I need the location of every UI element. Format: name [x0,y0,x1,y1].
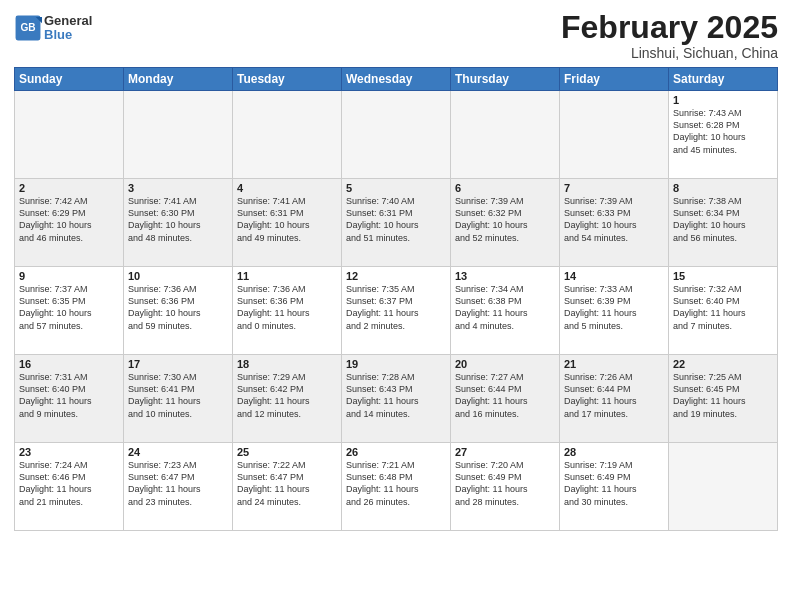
day-info: Sunrise: 7:27 AM Sunset: 6:44 PM Dayligh… [455,371,555,420]
table-cell: 12Sunrise: 7:35 AM Sunset: 6:37 PM Dayli… [342,267,451,355]
table-cell: 4Sunrise: 7:41 AM Sunset: 6:31 PM Daylig… [233,179,342,267]
day-info: Sunrise: 7:31 AM Sunset: 6:40 PM Dayligh… [19,371,119,420]
calendar-header-row: Sunday Monday Tuesday Wednesday Thursday… [15,68,778,91]
title-block: February 2025 Linshui, Sichuan, China [561,10,778,61]
col-thursday: Thursday [451,68,560,91]
table-cell: 26Sunrise: 7:21 AM Sunset: 6:48 PM Dayli… [342,443,451,531]
header: GB General Blue February 2025 Linshui, S… [14,10,778,61]
day-info: Sunrise: 7:21 AM Sunset: 6:48 PM Dayligh… [346,459,446,508]
week-row-1: 1Sunrise: 7:43 AM Sunset: 6:28 PM Daylig… [15,91,778,179]
day-number: 2 [19,182,119,194]
day-number: 1 [673,94,773,106]
table-cell: 15Sunrise: 7:32 AM Sunset: 6:40 PM Dayli… [669,267,778,355]
day-number: 6 [455,182,555,194]
logo-blue: Blue [44,28,92,42]
table-cell: 18Sunrise: 7:29 AM Sunset: 6:42 PM Dayli… [233,355,342,443]
day-info: Sunrise: 7:26 AM Sunset: 6:44 PM Dayligh… [564,371,664,420]
col-wednesday: Wednesday [342,68,451,91]
day-info: Sunrise: 7:41 AM Sunset: 6:30 PM Dayligh… [128,195,228,244]
table-cell: 7Sunrise: 7:39 AM Sunset: 6:33 PM Daylig… [560,179,669,267]
table-cell: 16Sunrise: 7:31 AM Sunset: 6:40 PM Dayli… [15,355,124,443]
table-cell [15,91,124,179]
day-number: 16 [19,358,119,370]
table-cell: 27Sunrise: 7:20 AM Sunset: 6:49 PM Dayli… [451,443,560,531]
table-cell: 5Sunrise: 7:40 AM Sunset: 6:31 PM Daylig… [342,179,451,267]
table-cell: 25Sunrise: 7:22 AM Sunset: 6:47 PM Dayli… [233,443,342,531]
week-row-4: 16Sunrise: 7:31 AM Sunset: 6:40 PM Dayli… [15,355,778,443]
day-number: 26 [346,446,446,458]
day-number: 18 [237,358,337,370]
table-cell [342,91,451,179]
table-cell: 23Sunrise: 7:24 AM Sunset: 6:46 PM Dayli… [15,443,124,531]
day-info: Sunrise: 7:36 AM Sunset: 6:36 PM Dayligh… [128,283,228,332]
day-number: 21 [564,358,664,370]
table-cell: 6Sunrise: 7:39 AM Sunset: 6:32 PM Daylig… [451,179,560,267]
day-number: 17 [128,358,228,370]
day-number: 10 [128,270,228,282]
day-info: Sunrise: 7:38 AM Sunset: 6:34 PM Dayligh… [673,195,773,244]
day-number: 27 [455,446,555,458]
calendar-table: Sunday Monday Tuesday Wednesday Thursday… [14,67,778,531]
col-monday: Monday [124,68,233,91]
day-info: Sunrise: 7:39 AM Sunset: 6:32 PM Dayligh… [455,195,555,244]
day-info: Sunrise: 7:23 AM Sunset: 6:47 PM Dayligh… [128,459,228,508]
day-info: Sunrise: 7:35 AM Sunset: 6:37 PM Dayligh… [346,283,446,332]
day-info: Sunrise: 7:34 AM Sunset: 6:38 PM Dayligh… [455,283,555,332]
col-tuesday: Tuesday [233,68,342,91]
day-info: Sunrise: 7:37 AM Sunset: 6:35 PM Dayligh… [19,283,119,332]
day-info: Sunrise: 7:39 AM Sunset: 6:33 PM Dayligh… [564,195,664,244]
day-number: 15 [673,270,773,282]
table-cell: 19Sunrise: 7:28 AM Sunset: 6:43 PM Dayli… [342,355,451,443]
table-cell: 24Sunrise: 7:23 AM Sunset: 6:47 PM Dayli… [124,443,233,531]
day-info: Sunrise: 7:29 AM Sunset: 6:42 PM Dayligh… [237,371,337,420]
table-cell: 21Sunrise: 7:26 AM Sunset: 6:44 PM Dayli… [560,355,669,443]
table-cell [451,91,560,179]
day-number: 3 [128,182,228,194]
day-number: 22 [673,358,773,370]
day-info: Sunrise: 7:30 AM Sunset: 6:41 PM Dayligh… [128,371,228,420]
week-row-2: 2Sunrise: 7:42 AM Sunset: 6:29 PM Daylig… [15,179,778,267]
table-cell: 9Sunrise: 7:37 AM Sunset: 6:35 PM Daylig… [15,267,124,355]
day-number: 4 [237,182,337,194]
day-info: Sunrise: 7:25 AM Sunset: 6:45 PM Dayligh… [673,371,773,420]
table-cell: 11Sunrise: 7:36 AM Sunset: 6:36 PM Dayli… [233,267,342,355]
day-info: Sunrise: 7:36 AM Sunset: 6:36 PM Dayligh… [237,283,337,332]
day-number: 20 [455,358,555,370]
day-number: 28 [564,446,664,458]
table-cell: 8Sunrise: 7:38 AM Sunset: 6:34 PM Daylig… [669,179,778,267]
week-row-5: 23Sunrise: 7:24 AM Sunset: 6:46 PM Dayli… [15,443,778,531]
day-info: Sunrise: 7:22 AM Sunset: 6:47 PM Dayligh… [237,459,337,508]
table-cell: 14Sunrise: 7:33 AM Sunset: 6:39 PM Dayli… [560,267,669,355]
day-number: 12 [346,270,446,282]
day-number: 5 [346,182,446,194]
day-number: 9 [19,270,119,282]
col-sunday: Sunday [15,68,124,91]
day-number: 14 [564,270,664,282]
col-saturday: Saturday [669,68,778,91]
table-cell [560,91,669,179]
day-info: Sunrise: 7:32 AM Sunset: 6:40 PM Dayligh… [673,283,773,332]
table-cell: 1Sunrise: 7:43 AM Sunset: 6:28 PM Daylig… [669,91,778,179]
table-cell: 13Sunrise: 7:34 AM Sunset: 6:38 PM Dayli… [451,267,560,355]
day-number: 8 [673,182,773,194]
table-cell: 20Sunrise: 7:27 AM Sunset: 6:44 PM Dayli… [451,355,560,443]
logo-general: General [44,14,92,28]
calendar-title: February 2025 [561,10,778,45]
day-number: 23 [19,446,119,458]
col-friday: Friday [560,68,669,91]
table-cell: 3Sunrise: 7:41 AM Sunset: 6:30 PM Daylig… [124,179,233,267]
day-info: Sunrise: 7:28 AM Sunset: 6:43 PM Dayligh… [346,371,446,420]
day-info: Sunrise: 7:41 AM Sunset: 6:31 PM Dayligh… [237,195,337,244]
table-cell [124,91,233,179]
day-info: Sunrise: 7:19 AM Sunset: 6:49 PM Dayligh… [564,459,664,508]
table-cell: 10Sunrise: 7:36 AM Sunset: 6:36 PM Dayli… [124,267,233,355]
table-cell [669,443,778,531]
day-info: Sunrise: 7:24 AM Sunset: 6:46 PM Dayligh… [19,459,119,508]
svg-text:GB: GB [20,22,35,33]
table-cell: 22Sunrise: 7:25 AM Sunset: 6:45 PM Dayli… [669,355,778,443]
day-number: 19 [346,358,446,370]
week-row-3: 9Sunrise: 7:37 AM Sunset: 6:35 PM Daylig… [15,267,778,355]
table-cell: 2Sunrise: 7:42 AM Sunset: 6:29 PM Daylig… [15,179,124,267]
day-info: Sunrise: 7:43 AM Sunset: 6:28 PM Dayligh… [673,107,773,156]
day-info: Sunrise: 7:42 AM Sunset: 6:29 PM Dayligh… [19,195,119,244]
